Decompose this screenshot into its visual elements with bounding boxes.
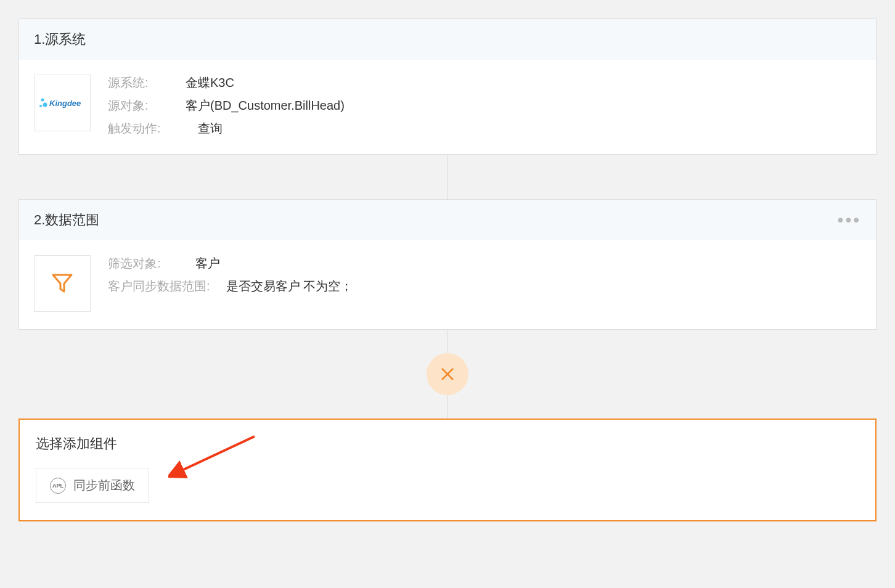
label-source-system: 源系统: xyxy=(108,75,182,91)
label-trigger-action: 触发动作: xyxy=(108,120,182,137)
label-source-object: 源对象: xyxy=(108,97,182,114)
step1-fields: 源系统: 金蝶K3C 源对象: 客户(BD_Customer.BillHead)… xyxy=(108,75,345,137)
value-filter-object: 客户 xyxy=(195,255,220,272)
kingdee-logo: Kingdee xyxy=(34,75,91,131)
step-source-system[interactable]: 1.源系统 Kingdee 源系统: 金蝶K3C 源对象: 客户(BD_Cust… xyxy=(18,18,877,155)
value-source-object: 客户(BD_Customer.BillHead) xyxy=(186,97,345,114)
value-trigger-action: 查询 xyxy=(198,120,223,137)
connector-1-2 xyxy=(18,155,877,199)
step1-body: Kingdee 源系统: 金蝶K3C 源对象: 客户(BD_Customer.B… xyxy=(19,60,876,154)
step1-title: 1.源系统 xyxy=(34,30,86,49)
value-source-system: 金蝶K3C xyxy=(186,75,234,91)
connector-line xyxy=(448,155,448,199)
step2-title: 2.数据范围 xyxy=(34,211,99,229)
svg-point-0 xyxy=(41,99,44,102)
field-trigger-action: 触发动作: 查询 xyxy=(108,120,345,137)
label-sync-range: 客户同步数据范围: xyxy=(108,278,210,295)
connector-line-bottom xyxy=(448,394,448,419)
filter-icon xyxy=(34,255,91,312)
step2-body: 筛选对象: 客户 客户同步数据范围: 是否交易客户 不为空； xyxy=(19,240,876,329)
connector-2-add xyxy=(18,330,877,419)
svg-text:Kingdee: Kingdee xyxy=(49,99,81,108)
svg-point-2 xyxy=(39,105,42,107)
label-filter-object: 筛选对象: xyxy=(108,255,182,272)
step-data-range[interactable]: 2.数据范围 ••• 筛选对象: 客户 客户同步数据范围: 是否交易客户 不为空… xyxy=(18,199,877,330)
add-component-panel: 选择添加组件 APL 同步前函数 xyxy=(18,419,877,521)
pre-sync-function-label: 同步前函数 xyxy=(73,477,135,494)
step2-fields: 筛选对象: 客户 客户同步数据范围: 是否交易客户 不为空； xyxy=(108,255,353,312)
value-sync-range: 是否交易客户 不为空； xyxy=(226,278,353,295)
step1-header: 1.源系统 xyxy=(19,19,876,60)
svg-point-1 xyxy=(43,103,47,107)
add-component-title: 选择添加组件 xyxy=(36,435,859,453)
close-add-button[interactable] xyxy=(427,353,468,395)
connector-line-top xyxy=(448,330,448,354)
more-icon[interactable]: ••• xyxy=(838,216,861,224)
step2-header: 2.数据范围 ••• xyxy=(19,200,876,240)
apl-icon: APL xyxy=(50,478,66,494)
close-icon xyxy=(439,365,456,383)
field-filter-object: 筛选对象: 客户 xyxy=(108,255,353,272)
pre-sync-function-button[interactable]: APL 同步前函数 xyxy=(36,468,149,503)
field-source-system: 源系统: 金蝶K3C xyxy=(108,75,345,91)
field-source-object: 源对象: 客户(BD_Customer.BillHead) xyxy=(108,97,345,114)
field-sync-range: 客户同步数据范围: 是否交易客户 不为空； xyxy=(108,278,353,295)
